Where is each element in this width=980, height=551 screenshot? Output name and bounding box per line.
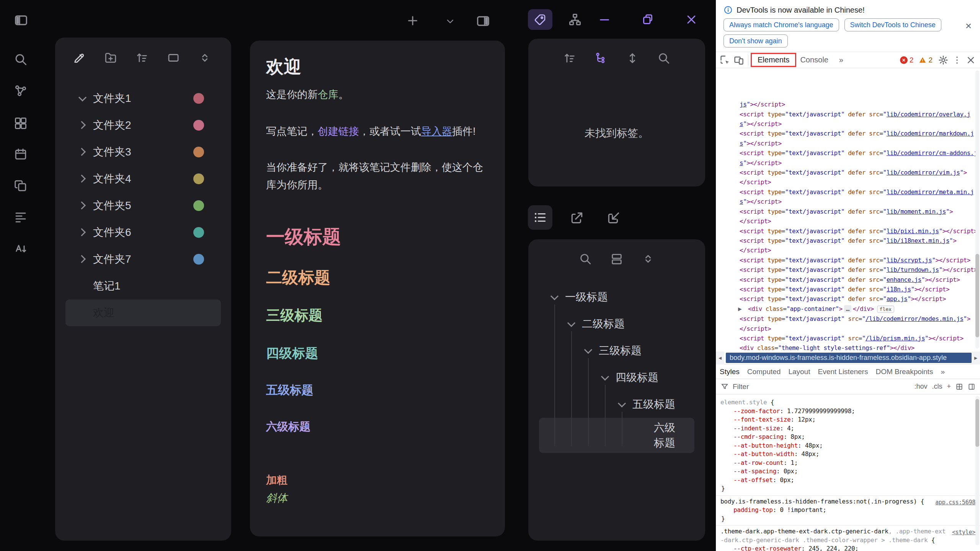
explorer-folder-item[interactable]: 文件夹2: [65, 112, 221, 139]
resource-link[interactable]: lib/codemirror/vim.js: [887, 169, 960, 176]
devtools-dom-line[interactable]: <script type="text/javascript" defer src…: [721, 236, 980, 245]
explorer-note-item[interactable]: 笔记1: [65, 273, 221, 299]
new-folder-icon[interactable]: [104, 51, 117, 64]
style-declaration[interactable]: --at-button-width: 48px;: [720, 450, 975, 459]
sort-order-icon[interactable]: [563, 52, 576, 65]
resource-link[interactable]: app.js: [887, 295, 908, 302]
stacked-cards-icon[interactable]: [610, 252, 623, 265]
settings-gear-icon[interactable]: [938, 55, 949, 65]
importer-link[interactable]: 导入器: [421, 126, 452, 137]
devtools-dom-line[interactable]: <script type="text/javascript" defer src…: [721, 187, 980, 197]
devtools-dom-line[interactable]: <script type="text/javascript" defer src…: [721, 275, 980, 284]
resource-link[interactable]: lib/codemirror/cm-addons.j: [887, 149, 977, 157]
resource-link[interactable]: lib/codemirror/overlay.j: [887, 111, 970, 118]
search-icon[interactable]: [657, 52, 670, 65]
warning-count[interactable]: 2: [928, 56, 933, 64]
expand-collapse-icon[interactable]: [626, 52, 639, 65]
resource-link[interactable]: lib/pixi.min.js: [887, 227, 939, 235]
devtools-dom-line[interactable]: </script>: [721, 177, 980, 187]
flex-badge[interactable]: flex: [877, 306, 894, 313]
tab-console[interactable]: Console: [795, 56, 833, 64]
devtools-dom-line[interactable]: js"></script>: [721, 100, 980, 109]
tab-elements[interactable]: Elements: [752, 56, 795, 64]
style-declaration[interactable]: --font-text-size: 12px;: [720, 415, 975, 424]
breadcrumb-selected[interactable]: body.mod-windows.is-frameless.is-hidden-…: [726, 353, 972, 363]
folder-chevron-icon[interactable]: [78, 227, 88, 237]
styles-pane[interactable]: element.style {--zoom-factor: 1.72799999…: [716, 394, 980, 551]
resource-link[interactable]: s: [740, 120, 743, 128]
resource-link[interactable]: /lib/codemirror/modes.min.js: [866, 315, 964, 322]
devtools-dom-line[interactable]: <script type="text/javascript" src="/lib…: [721, 334, 980, 343]
explorer-folder-item[interactable]: 文件夹6: [65, 219, 221, 246]
style-declaration[interactable]: --at-row-count: 1;: [720, 459, 975, 468]
devtools-dom-line[interactable]: s"></script>: [721, 119, 980, 129]
tab-computed[interactable]: Computed: [743, 368, 785, 376]
calendar-icon[interactable]: [14, 147, 28, 161]
minimize-icon[interactable]: [598, 13, 611, 26]
search-icon[interactable]: [579, 252, 592, 265]
folder-chevron-icon[interactable]: [78, 254, 88, 264]
switch-to-chinese-button[interactable]: Switch DevTools to Chinese: [844, 18, 941, 31]
expand-ellipsis-icon[interactable]: …: [844, 305, 851, 312]
search-icon[interactable]: [14, 52, 28, 66]
elements-scrollbar[interactable]: [975, 70, 979, 348]
folder-chevron-icon[interactable]: [78, 120, 88, 130]
tab-event-listeners[interactable]: Event Listeners: [814, 368, 872, 376]
outline-chevron-icon[interactable]: [617, 399, 627, 409]
devtools-dom-line[interactable]: <script type="text/javascript" defer src…: [721, 294, 980, 304]
dont-show-again-button[interactable]: Don't show again: [724, 34, 788, 47]
devtools-dom-line[interactable]: <script type="text/javascript" defer src…: [721, 226, 980, 236]
resource-link[interactable]: lib/codemirror/meta.min.j: [887, 188, 974, 196]
devtools-dom-line[interactable]: s"></script>: [721, 197, 980, 206]
new-tab-icon[interactable]: [406, 14, 420, 28]
devtools-dom-line[interactable]: <script type="text/javascript" defer src…: [721, 255, 980, 265]
explorer-folder-item[interactable]: 文件夹1: [65, 85, 221, 112]
explorer-folder-item[interactable]: 文件夹5: [65, 192, 221, 219]
more-tabs-icon[interactable]: »: [834, 56, 849, 64]
devtools-dom-line[interactable]: </script>: [721, 245, 980, 255]
inspect-element-icon[interactable]: [720, 55, 730, 65]
devtools-dom-line[interactable]: <script type="text/javascript" defer src…: [721, 207, 980, 216]
card-view-icon[interactable]: [167, 51, 180, 64]
tab-dom-breakpoints[interactable]: DOM Breakpoints: [872, 368, 937, 376]
folder-chevron-icon[interactable]: [78, 174, 88, 184]
new-note-icon[interactable]: [73, 51, 86, 64]
style-source-link[interactable]: app.css:5698: [935, 498, 975, 507]
hierarchy-view-icon[interactable]: [595, 52, 608, 65]
editor-panel[interactable]: 欢迎 这是你的新仓库。 写点笔记，创建链接，或者试一试导入器插件! 当你准备好了…: [250, 41, 505, 536]
tab-list-chevron-icon[interactable]: [445, 16, 456, 27]
right-sidebar-toggle-icon[interactable]: [476, 14, 490, 28]
devtools-dom-line[interactable]: s"></script>: [721, 158, 980, 168]
style-declaration[interactable]: --cmdr-spacing: 8px;: [720, 433, 975, 441]
folder-chevron-icon[interactable]: [78, 93, 88, 103]
style-declaration[interactable]: padding-top: 0 !important;: [720, 506, 975, 515]
style-declaration[interactable]: --indent-size: 4;: [720, 424, 975, 433]
outline-chevron-icon[interactable]: [600, 373, 610, 383]
styles-scrollbar[interactable]: [975, 396, 979, 545]
restore-icon[interactable]: [641, 13, 655, 26]
graph-view-icon[interactable]: [14, 84, 28, 98]
internal-link[interactable]: 创建链接: [318, 126, 359, 137]
explorer-note-item[interactable]: 欢迎: [65, 299, 221, 326]
style-declaration[interactable]: --at-offset: 0px;: [720, 476, 975, 485]
style-declaration[interactable]: --zoom-factor: 1.7279999999999998;: [720, 407, 975, 416]
workspaces-icon[interactable]: [14, 211, 28, 224]
resource-link[interactable]: lib/moment.min.js: [887, 208, 946, 215]
outline-chevron-icon[interactable]: [567, 319, 577, 329]
outline-list-button[interactable]: [528, 205, 552, 230]
devtools-dom-line[interactable]: <script type="text/javascript" defer src…: [721, 168, 980, 177]
folder-chevron-icon[interactable]: [78, 201, 88, 211]
devtools-dom-line[interactable]: </script>: [721, 216, 980, 226]
resource-link[interactable]: lib/turndown.js: [887, 266, 939, 273]
devtools-dom-line[interactable]: <script type="text/javascript" defer src…: [721, 110, 980, 119]
resource-link[interactable]: i18n.js: [887, 286, 911, 293]
breadcrumb-right-arrow-icon[interactable]: ▸: [972, 352, 980, 365]
devtools-dom-line[interactable]: ▶<div class="app-container">…</div>flex: [721, 304, 980, 314]
explorer-folder-item[interactable]: 文件夹4: [65, 165, 221, 192]
collapse-all-icon[interactable]: [198, 51, 211, 64]
always-match-language-button[interactable]: Always match Chrome's language: [724, 18, 839, 31]
tab-layout[interactable]: Layout: [784, 368, 814, 376]
more-menu-icon[interactable]: [952, 55, 962, 65]
device-toolbar-icon[interactable]: [733, 55, 744, 65]
panel-layout-icon[interactable]: [968, 383, 975, 391]
